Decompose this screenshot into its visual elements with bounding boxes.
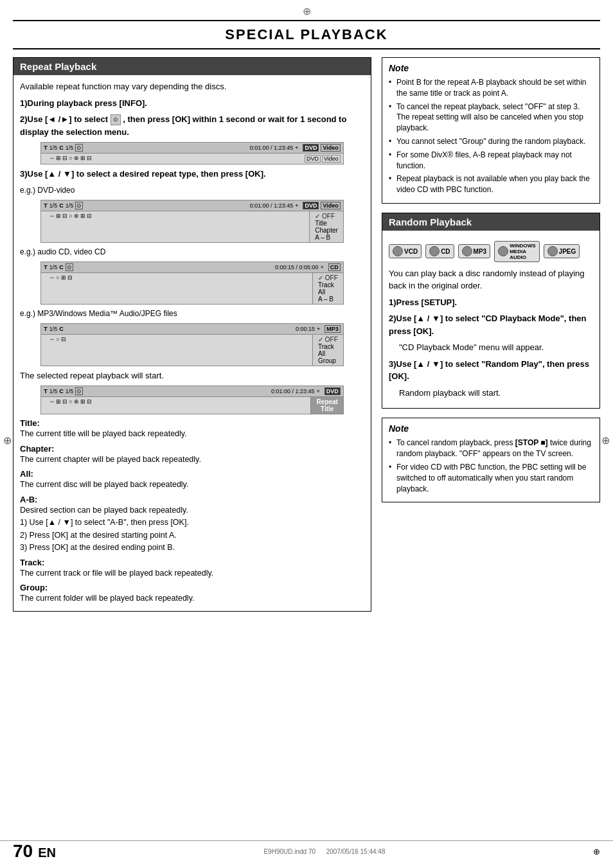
random-step1: 1)Press [SETUP]. [389,296,593,309]
file-info: E9H90UD.indd 70 [263,848,315,855]
group-desc: The current folder will be played back r… [20,593,364,605]
note-random: Note To cancel random playback, press [S… [382,418,600,502]
step1-text: 1)During playback press [INFO]. [20,98,147,108]
left-column: Repeat Playback Available repeat functio… [13,57,371,621]
random-step1-text: 1)Press [SETUP]. [389,297,457,307]
page-number: 70 [13,841,33,862]
repeat-playback-header: Repeat Playback [13,58,371,75]
right-crosshair: ⊕ [601,434,610,447]
screen-mp3: T 1/5 C 0:00:15 + MP3 ↔○⊟ [40,323,344,366]
note-item-5: Repeat playback is not available when yo… [389,173,593,195]
note-random-item-1: To cancel random playback, press [STOP ■… [389,438,593,459]
random-step2: 2)Use [▲ / ▼] to select "CD Playback Mod… [389,312,593,337]
all-term: All: [20,469,364,479]
chapter-term: Chapter: [20,444,364,454]
vcd-label: VCD [404,248,418,255]
cd-circle [429,246,440,256]
disc-vcd: VCD [389,244,422,258]
wma-circle [498,246,508,256]
random-step2-text: 2)Use [▲ / ▼] to select "CD Playback Mod… [389,314,587,336]
repeat-step3: 3)Use [▲ / ▼] to select a desired repeat… [20,168,364,181]
note-item-3: You cannot select "Group" during the ran… [389,136,593,147]
main-content: Repeat Playback Available repeat functio… [13,57,600,621]
ab-step3: 3) Press [OK] at the desired ending poin… [20,542,364,554]
mp3-label: MP3 [474,248,487,255]
disc-icons-row: VCD CD MP3 WINDOWSMEDIAAUDIO [389,241,593,262]
screen-dvd: T 1/5 C 1/5 ⊙ 0:01:00 / 1:23:45 + DVD Vi… [40,200,344,243]
mp3-circle [462,246,472,256]
ab-desc: Desired section can be played back repea… [20,505,364,517]
page-title-bar: SPECIAL PLAYBACK [13,20,600,49]
disc-wma: WINDOWSMEDIAAUDIO [494,241,539,262]
eg-mp3-label: e.g.) MP3/Windows Media™ Audio/JPEG file… [20,308,364,319]
repeat-intro: Available repeat function may vary depen… [20,80,364,93]
note-top-right: Note Point B for the repeat A-B playback… [382,57,600,204]
track-term: Track: [20,558,364,567]
cd-label: CD [441,248,450,255]
jpeg-label: JPEG [559,248,576,255]
note-top-list: Point B for the repeat A-B playback shou… [389,77,593,195]
random-step3-text: 3)Use [▲ / ▼] to select "Random Play", t… [389,359,589,382]
jpeg-circle [547,246,558,256]
note-item-1: Point B for the repeat A-B playback shou… [389,77,593,99]
screen-cd: T 1/5 C ⊙ 0:00:15 / 0:05:00 + CD ↔○⊞⊟ [40,261,344,305]
track-desc: The current track or file will be played… [20,568,364,580]
chapter-desc: The current chapter will be played back … [20,454,364,466]
eg-dvd-label: e.g.) DVD-video [20,184,364,196]
note-top-title: Note [389,63,593,73]
ab-step2: 2) Press [OK] at the desired starting po… [20,530,364,542]
page-footer: 70 EN E9H90UD.indd 70 2007/05/16 15:44:4… [0,840,613,862]
page-title: SPECIAL PLAYBACK [13,26,600,43]
note-random-item-2: For video CD with PBC function, the PBC … [389,462,593,494]
random-step3: 3)Use [▲ / ▼] to select "Random Play", t… [389,358,593,383]
repeat-playback-section: Repeat Playback Available repeat functio… [13,57,371,612]
random-playback-body: VCD CD MP3 WINDOWSMEDIAAUDIO [382,231,600,409]
page-container: ⊕ SPECIAL PLAYBACK ⊕ ⊕ Repeat Playback A… [0,0,613,868]
screen-final: T 1/5 C 1/5 ⊙ 0:01:00 / 1:23:45 + DVD ↔⊞… [40,385,344,414]
note-random-list: To cancel random playback, press [STOP ■… [389,438,593,494]
screen-step2: T 1/5 C 1/5 ⊙ 0:01:00 / 1:23:45 + DVD Vi… [40,142,344,164]
title-desc: The current title will be played back re… [20,429,364,440]
right-column: Note Point B for the repeat A-B playback… [382,57,600,621]
wma-label: WINDOWSMEDIAAUDIO [510,243,535,260]
after-select-text: The selected repeat playback will start. [20,369,364,382]
footer-file-info: E9H90UD.indd 70 2007/05/16 15:44:48 [263,848,385,855]
disc-jpeg: JPEG [544,244,580,258]
definitions: Title: The current title will be played … [20,418,364,605]
note-random-title: Note [389,423,593,434]
random-playback-header: Random Playback [382,213,600,231]
note-item-4: For some DivX® files, A-B repeat playbac… [389,150,593,172]
note-item-2: To cancel the repeat playback, select "O… [389,102,593,134]
page-number-area: 70 EN [13,841,56,862]
ab-step1: 1) Use [▲ / ▼] to select "A-B", then pre… [20,517,364,529]
vcd-circle [393,246,403,256]
title-term: Title: [20,418,364,428]
top-crosshair: ⊕ [0,0,613,20]
random-playback-section: Random Playback VCD CD [382,213,600,409]
page-lang: EN [38,846,56,860]
repeat-step2: 2)Use [◄ /►] to select ⊙ , then press [O… [20,113,364,138]
eg-cd-label: e.g.) audio CD, video CD [20,246,364,258]
random-step2-sub: "CD Playback Mode" menu will appear. [389,341,593,354]
group-term: Group: [20,583,364,592]
bottom-crosshair: ⊕ [593,847,600,856]
left-crosshair: ⊕ [3,434,12,447]
date-info: 2007/05/16 15:44:48 [326,848,386,855]
disc-mp3: MP3 [458,244,491,258]
repeat-step1: 1)During playback press [INFO]. [20,97,364,110]
random-step3-sub: Random playback will start. [389,387,593,400]
disc-cd: CD [425,244,454,258]
random-intro: You can play back a disc randomly instea… [389,267,593,292]
ab-term: A-B: [20,495,364,504]
repeat-playback-body: Available repeat function may vary depen… [13,75,371,611]
all-desc: The current disc will be played back rep… [20,479,364,491]
